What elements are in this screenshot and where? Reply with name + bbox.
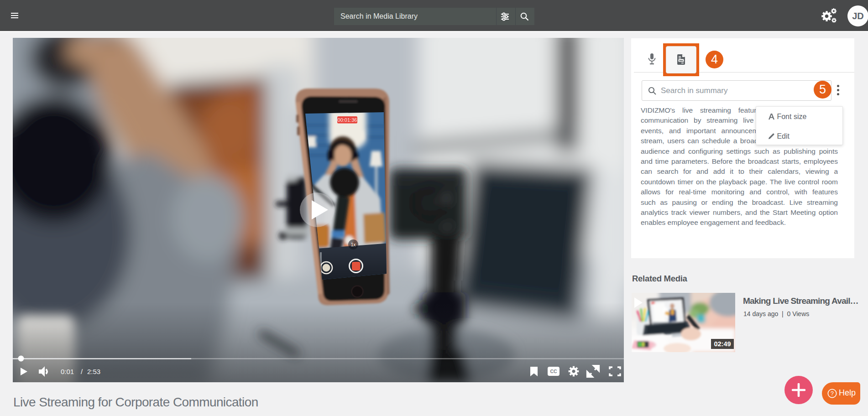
- svg-text:?: ?: [831, 390, 834, 397]
- svg-text:0:01: 0:01: [61, 368, 74, 375]
- svg-text:2:53: 2:53: [87, 368, 100, 375]
- svg-text:00:01:36: 00:01:36: [338, 117, 357, 123]
- svg-text:CC: CC: [550, 369, 557, 374]
- svg-text:1x: 1x: [351, 242, 356, 247]
